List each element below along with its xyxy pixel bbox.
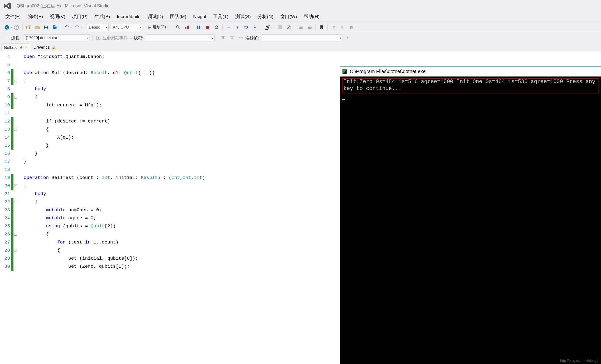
- toolbar-separator: [274, 24, 274, 31]
- menu-help[interactable]: 帮助(H): [300, 12, 323, 21]
- menu-view[interactable]: 视图(V): [46, 12, 69, 21]
- svg-rect-4: [45, 26, 47, 27]
- indent-button[interactable]: [306, 23, 314, 31]
- toolbar-separator: [328, 24, 328, 31]
- menu-team[interactable]: 团队(M): [167, 12, 190, 21]
- intellitrace-button[interactable]: ∭: [263, 23, 271, 31]
- toolbar-separator: [61, 24, 61, 31]
- save-all-button[interactable]: [51, 23, 59, 31]
- intellitrace-dropdown-icon[interactable]: ▾: [271, 26, 272, 29]
- menu-file[interactable]: 文件(F): [2, 12, 24, 21]
- svg-point-0: [5, 25, 9, 30]
- fold-gutter[interactable]: −−−−−−−: [13, 51, 18, 364]
- undo-dropdown-icon[interactable]: ▾: [71, 26, 72, 29]
- lock-icon: 🔒: [52, 46, 56, 49]
- redo-button[interactable]: [73, 23, 81, 31]
- titlebar: QSharp002 (正在运行) - Microsoft Visual Stud…: [0, 0, 601, 12]
- comment-button[interactable]: [276, 23, 284, 31]
- restart-button[interactable]: [213, 23, 220, 31]
- misc1-button[interactable]: ⟲: [330, 23, 338, 31]
- step-over-button[interactable]: [242, 23, 250, 31]
- nav-back-dropdown-icon[interactable]: ▾: [11, 26, 12, 29]
- menu-project[interactable]: 项目(P): [69, 12, 91, 21]
- lifecycle-label: 生命周期事件: [103, 35, 128, 41]
- svg-rect-5: [45, 28, 47, 29]
- filter1-icon[interactable]: [219, 34, 227, 42]
- toolbar-separator: [316, 24, 316, 31]
- editor-tabstrip: Bell.qs 📌 ✕ Driver.cs 🔒: [0, 43, 601, 51]
- svg-point-30: [98, 37, 99, 39]
- watermark: http://blog.csdn.net/longji: [560, 359, 598, 363]
- waves-icon[interactable]: 〰: [237, 34, 245, 42]
- bookmark-button[interactable]: [318, 23, 326, 31]
- toolbar-separator: [22, 24, 23, 31]
- thread-dropdown[interactable]: [146, 34, 215, 41]
- console-window[interactable]: C:\Program Files\dotnet\dotnet.exe Init:…: [340, 66, 601, 364]
- config-dropdown[interactable]: Debug: [87, 24, 109, 31]
- misc3-button[interactable]: ◧: [347, 23, 355, 31]
- open-file-button[interactable]: [33, 23, 41, 31]
- process-dropdown[interactable]: [17020] dotnet.exe: [24, 34, 90, 41]
- console-title-text: C:\Program Files\dotnet\dotnet.exe: [350, 69, 426, 74]
- menu-window[interactable]: 窗口(W): [277, 12, 300, 21]
- menu-incredibuild[interactable]: Incredibuild: [113, 12, 144, 21]
- menu-debug[interactable]: 调试(D): [144, 12, 167, 21]
- tab-bell-qs[interactable]: Bell.qs 📌 ✕: [1, 44, 30, 51]
- svg-rect-18: [278, 26, 282, 29]
- svg-rect-12: [197, 26, 198, 29]
- tab-driver-cs[interactable]: Driver.cs 🔒: [31, 44, 58, 51]
- pin-icon[interactable]: 📌: [19, 46, 23, 49]
- process-label: 进程:: [11, 35, 21, 41]
- toolbar-separator: [295, 24, 295, 31]
- console-line: Init:Zero 0s=484 1s=516 agree=1000: [343, 79, 453, 85]
- change-markers: [11, 51, 13, 364]
- redo-dropdown-icon[interactable]: ▾: [81, 26, 82, 29]
- menu-test[interactable]: 测试(S): [232, 12, 254, 21]
- stackframe-dropdown[interactable]: [262, 34, 342, 41]
- svg-rect-11: [188, 26, 189, 29]
- svg-line-8: [179, 28, 180, 29]
- debug-toolbar: ⁝ 进程: [17020] dotnet.exe 生命周期事件 ▾ 线程: 〰 …: [0, 33, 601, 43]
- breakpoints-button[interactable]: [183, 23, 191, 31]
- menu-nsight[interactable]: Nsight: [190, 12, 210, 21]
- step-into-button[interactable]: [233, 23, 241, 31]
- menu-analyze[interactable]: 分析(N): [254, 12, 277, 21]
- stop-button[interactable]: [204, 23, 212, 31]
- console-output: Init:Zero 0s=484 1s=516 agree=1000 Init:…: [340, 77, 601, 101]
- undo-button[interactable]: [63, 23, 71, 31]
- svg-rect-13: [199, 26, 200, 29]
- continue-button[interactable]: ▶继续(C): [147, 24, 170, 31]
- menu-edit[interactable]: 编辑(E): [24, 12, 46, 21]
- pause-button[interactable]: [195, 23, 203, 31]
- stackframe-label: 堆栈帧:: [245, 35, 259, 41]
- svg-rect-6: [54, 26, 56, 27]
- svg-point-15: [237, 28, 238, 29]
- menu-build[interactable]: 生成(B): [91, 12, 113, 21]
- nav-back-button[interactable]: [3, 23, 11, 31]
- step-out-button[interactable]: [251, 23, 259, 31]
- uncomment-button[interactable]: [285, 23, 293, 31]
- close-icon[interactable]: ✕: [25, 46, 27, 49]
- svg-point-17: [254, 25, 255, 26]
- lifecycle-dropdown-icon[interactable]: ▾: [131, 37, 132, 39]
- app-window: QSharp002 (正在运行) - Microsoft Visual Stud…: [0, 0, 601, 364]
- menu-tools[interactable]: 工具(T): [210, 12, 232, 21]
- find-button[interactable]: [174, 23, 182, 31]
- new-item-button[interactable]: [24, 23, 32, 31]
- misc2-button[interactable]: ⟳: [339, 23, 346, 31]
- platform-dropdown[interactable]: Any CPU: [111, 24, 142, 31]
- svg-point-1: [14, 25, 19, 30]
- console-titlebar[interactable]: C:\Program Files\dotnet\dotnet.exe: [340, 67, 601, 77]
- save-button[interactable]: [42, 23, 50, 31]
- console-icon: [342, 69, 347, 74]
- filter2-icon[interactable]: [228, 34, 236, 42]
- handle-icon: ⁝: [3, 34, 11, 42]
- svg-line-22: [287, 26, 290, 29]
- stackframe-ext-icon[interactable]: ▾: [344, 34, 352, 42]
- toolbar-separator: [172, 24, 172, 31]
- outdent-button[interactable]: [297, 23, 305, 31]
- show-next-statement-button[interactable]: →: [225, 23, 232, 31]
- toolbar-separator: [261, 24, 261, 31]
- nav-forward-button[interactable]: [12, 23, 20, 31]
- toolbar-separator: [145, 24, 145, 31]
